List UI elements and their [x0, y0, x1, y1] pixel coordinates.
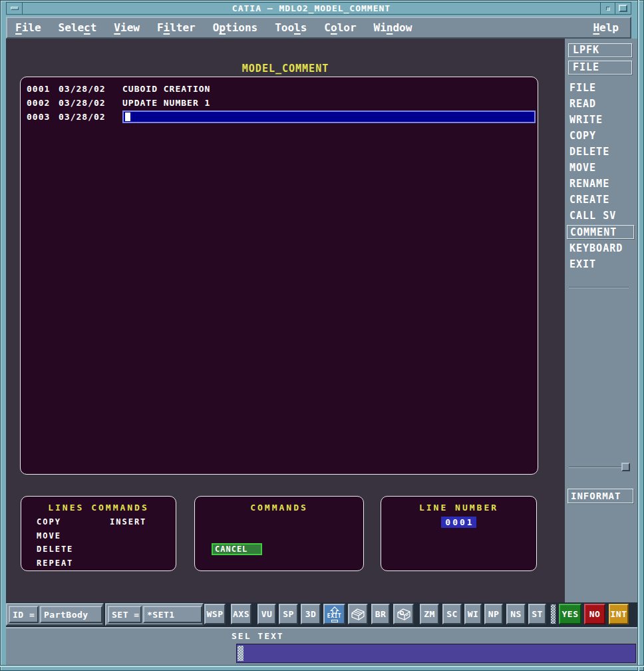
sidebar-item-read[interactable]: READ — [569, 97, 635, 111]
commands-title: COMMANDS — [195, 503, 363, 513]
line-text-cell: UPDATE NUMBER 1 — [122, 98, 210, 108]
sidebar-item-rename[interactable]: RENAME — [569, 177, 635, 191]
line-date-cell: 03/28/02 — [59, 112, 122, 122]
threed-button[interactable]: 3D — [301, 604, 321, 624]
menu-view[interactable]: View — [114, 21, 140, 34]
sc-button[interactable]: SC — [442, 604, 462, 624]
int-button[interactable]: INT — [609, 604, 629, 624]
toolbar: ID = PartBody SET = *SET1 WSP AXS VU SP … — [6, 602, 637, 627]
np-button[interactable]: NP — [484, 604, 503, 624]
sidebar-item-create[interactable]: CREATE — [569, 193, 635, 207]
titlebar: CATIA – MDLO2_MODEL_COMMENT — [6, 2, 631, 15]
lines-insert-command[interactable]: INSERT — [110, 517, 146, 527]
lines-move-command[interactable]: MOVE — [37, 531, 61, 541]
lines-commands-title: LINES COMMANDS — [21, 503, 176, 513]
no-button[interactable]: NO — [584, 604, 605, 624]
id-label: ID = — [9, 606, 39, 623]
sidebar-item-move[interactable]: MOVE — [569, 161, 635, 175]
model-comment-panel: MODEL_COMMENT 0001 03/28/02 CUBOID CREAT… — [6, 39, 565, 602]
lpfk-button[interactable]: LPFK — [568, 43, 632, 57]
page-title: MODEL_COMMENT — [6, 63, 565, 75]
menu-help[interactable]: Help — [593, 21, 619, 34]
comment-text-input[interactable] — [122, 111, 536, 123]
exit-base-icon — [331, 620, 338, 622]
ns-button[interactable]: NS — [506, 604, 526, 624]
window-menu-button[interactable] — [7, 3, 23, 14]
wsp-button[interactable]: WSP — [204, 604, 226, 624]
line-date-cell: 03/28/02 — [59, 84, 122, 94]
sidebar-item-exit[interactable]: EXIT — [569, 258, 635, 272]
sidebar-item-delete[interactable]: DELETE — [569, 145, 635, 159]
yes-button[interactable]: YES — [559, 604, 581, 624]
line-date-cell: 03/28/02 — [59, 98, 122, 108]
sidebar: LPFK FILE FILE READ WRITE COPY DELETE MO… — [565, 39, 637, 602]
sel-text-cursor — [238, 646, 243, 661]
maximize-icon — [619, 5, 627, 12]
wi-button[interactable]: WI — [464, 604, 482, 624]
cancel-button[interactable]: CANCEL — [212, 543, 262, 555]
exit-button[interactable]: EXIT — [323, 604, 345, 624]
text-cursor — [125, 112, 130, 121]
sidebar-item-comment[interactable]: COMMENT — [567, 225, 634, 239]
menu-select[interactable]: Select — [59, 21, 97, 34]
axs-button[interactable]: AXS — [231, 604, 251, 624]
sidebar-separator-lower — [569, 467, 629, 468]
comment-row-3[interactable]: 0003 03/28/02 — [21, 110, 538, 124]
window-frame-right — [637, 0, 644, 671]
lines-repeat-command[interactable]: REPEAT — [37, 559, 73, 568]
sel-text-input[interactable] — [236, 644, 636, 663]
window-menu-icon — [11, 7, 19, 10]
menu-tools[interactable]: Tools — [275, 21, 307, 34]
commands-panel: COMMANDS CANCEL — [194, 496, 364, 571]
line-number-field[interactable]: 0001 — [441, 517, 476, 528]
comment-row-2[interactable]: 0002 03/28/02 UPDATE NUMBER 1 — [21, 96, 538, 110]
lines-delete-command[interactable]: DELETE — [37, 545, 73, 554]
id-value-button[interactable]: PartBody — [40, 606, 102, 623]
menu-file[interactable]: File — [15, 21, 41, 34]
window-frame-bottom — [0, 665, 644, 671]
line-number-cell: 0003 — [27, 112, 59, 122]
vu-button[interactable]: VU — [257, 604, 276, 624]
set-label: SET = — [108, 606, 142, 623]
menu-filter[interactable]: Filter — [157, 21, 196, 34]
sidebar-item-copy[interactable]: COPY — [569, 129, 635, 143]
menu-color[interactable]: Color — [324, 21, 356, 34]
maximize-button[interactable] — [615, 3, 631, 14]
informat-button[interactable]: INFORMAT — [567, 489, 633, 503]
id-group: ID = PartBody — [6, 603, 104, 626]
set-group: SET = *SET1 — [105, 603, 204, 626]
sel-text-label: SEL TEXT — [232, 631, 284, 641]
toolbar-separator — [550, 604, 556, 624]
st-button[interactable]: ST — [528, 604, 546, 624]
line-text-cell: CUBOID CREATION — [122, 84, 210, 94]
line-number-cell: 0002 — [27, 98, 59, 108]
file-panel-button[interactable]: FILE — [568, 61, 632, 75]
sidebar-item-write[interactable]: WRITE — [569, 113, 635, 127]
lines-commands-panel: LINES COMMANDS COPY MOVE DELETE REPEAT I… — [21, 496, 176, 571]
window-title: CATIA – MDLO2_MODEL_COMMENT — [23, 3, 600, 14]
printer-button[interactable] — [348, 604, 368, 624]
sidebar-item-keyboard[interactable]: KEYBOARD — [569, 242, 635, 256]
menu-options[interactable]: Options — [213, 21, 257, 34]
zm-button[interactable]: ZM — [420, 604, 439, 624]
comment-row-1[interactable]: 0001 03/28/02 CUBOID CREATION — [21, 82, 538, 96]
br-button[interactable]: BR — [371, 604, 390, 624]
sash-handle[interactable] — [621, 463, 630, 471]
menu-window[interactable]: Window — [374, 21, 412, 34]
plotter-icon — [396, 607, 412, 622]
lines-copy-command[interactable]: COPY — [37, 517, 61, 527]
set-value-button[interactable]: *SET1 — [143, 606, 202, 623]
printer-icon — [350, 607, 366, 622]
exit-arrow-icon — [329, 606, 340, 614]
line-number-cell: 0001 — [27, 84, 59, 94]
plotter-button[interactable] — [393, 604, 414, 624]
sidebar-item-file[interactable]: FILE — [569, 81, 635, 95]
line-number-panel: LINE NUMBER 0001 — [381, 496, 537, 571]
menubar: File Select View Filter Options Tools Co… — [6, 17, 631, 39]
minimize-button[interactable] — [600, 3, 615, 14]
sidebar-separator — [569, 287, 629, 288]
sidebar-item-call-sv[interactable]: CALL SV — [569, 209, 635, 223]
sel-text-strip: SEL TEXT — [6, 627, 637, 665]
exit-button-label: EXIT — [327, 614, 341, 619]
sp-button[interactable]: SP — [279, 604, 298, 624]
